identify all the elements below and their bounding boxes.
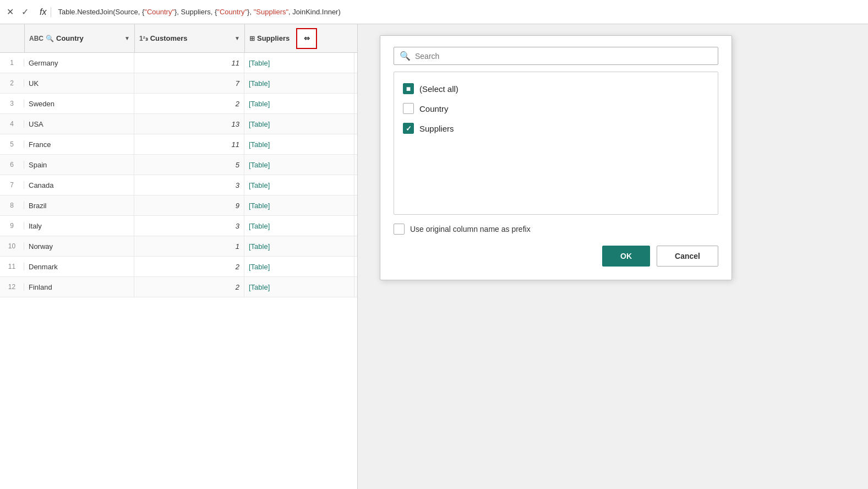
close-icon[interactable]: ✕ — [4, 6, 16, 18]
table-row: 7 Canada 3 [Table] — [0, 175, 357, 195]
select-all-checkbox[interactable]: ■ — [403, 83, 414, 94]
cell-customers: 13 — [134, 114, 244, 134]
cell-suppliers[interactable]: [Table] — [244, 94, 354, 113]
cell-suppliers[interactable]: [Table] — [244, 134, 354, 154]
table-row: 6 Spain 5 [Table] — [0, 155, 357, 175]
ok-button[interactable]: OK — [602, 246, 650, 267]
row-number: 2 — [0, 79, 24, 87]
suppliers-item[interactable]: ✓ Suppliers — [403, 118, 709, 138]
cell-suppliers[interactable]: [Table] — [244, 53, 354, 73]
cell-customers: 1 — [134, 236, 244, 256]
col-header-suppliers-label: Suppliers — [257, 34, 290, 42]
right-panel: 🔍 ■ (Select all) — [358, 24, 868, 489]
button-row: OK Cancel — [394, 246, 718, 267]
cell-customers: 2 — [134, 257, 244, 276]
cell-customers: 5 — [134, 155, 244, 175]
expand-icon: ⇔ — [304, 34, 310, 42]
main-content: ABC 🔍 Country ▼ 1²₃ Customers ▼ ⊞ Suppli… — [0, 24, 868, 489]
cell-suppliers[interactable]: [Table] — [244, 277, 354, 297]
suppliers-checkmark: ✓ — [406, 124, 412, 133]
cell-customers: 11 — [134, 53, 244, 73]
columns-list: ■ (Select all) Country ✓ — [394, 72, 718, 215]
cell-country: Denmark — [24, 257, 134, 276]
cell-country: Canada — [24, 175, 134, 195]
row-number: 3 — [0, 100, 24, 107]
customers-dropdown-icon[interactable]: ▼ — [234, 35, 240, 41]
select-all-item[interactable]: ■ (Select all) — [403, 79, 709, 99]
formula-bar-icons: ✕ ✓ — [4, 6, 31, 18]
cell-customers: 7 — [134, 73, 244, 93]
expand-button[interactable]: ⇔ — [296, 28, 317, 49]
cell-suppliers[interactable]: [Table] — [244, 195, 354, 215]
country-checkbox[interactable] — [403, 103, 414, 114]
cell-customers: 3 — [134, 216, 244, 236]
search-box[interactable]: 🔍 — [394, 47, 718, 65]
partial-checkmark: ■ — [406, 85, 411, 93]
formula-text: Table.NestedJoin(Source, {"Country"}, Su… — [58, 8, 340, 16]
cell-country: Italy — [24, 216, 134, 236]
cell-suppliers[interactable]: [Table] — [244, 257, 354, 276]
search-col-icon: 🔍 — [46, 35, 54, 42]
cell-country: France — [24, 134, 134, 154]
cell-country: Sweden — [24, 94, 134, 113]
fx-label: fx — [35, 7, 51, 17]
select-all-label: (Select all) — [419, 84, 458, 94]
check-icon[interactable]: ✓ — [19, 6, 31, 18]
row-number: 8 — [0, 202, 24, 209]
cell-country: UK — [24, 73, 134, 93]
cell-country: Germany — [24, 53, 134, 73]
cell-country: Norway — [24, 236, 134, 256]
table-row: 11 Denmark 2 [Table] — [0, 257, 357, 277]
row-number: 5 — [0, 140, 24, 148]
table-type-icon: ⊞ — [249, 35, 255, 42]
cell-suppliers[interactable]: [Table] — [244, 216, 354, 236]
cell-suppliers[interactable]: [Table] — [244, 73, 354, 93]
cell-suppliers[interactable]: [Table] — [244, 175, 354, 195]
table-row: 8 Brazil 9 [Table] — [0, 195, 357, 216]
cell-suppliers[interactable]: [Table] — [244, 114, 354, 134]
table-row: 1 Germany 11 [Table] — [0, 53, 357, 73]
search-input[interactable] — [415, 52, 712, 61]
country-column-label: Country — [419, 104, 449, 113]
col-header-country[interactable]: ABC 🔍 Country ▼ — [24, 24, 134, 52]
col-header-country-label: Country — [56, 34, 84, 42]
cell-customers: 11 — [134, 134, 244, 154]
prefix-row[interactable]: Use original column name as prefix — [394, 224, 718, 235]
formula-bar: ✕ ✓ fx Table.NestedJoin(Source, {"Countr… — [0, 0, 868, 24]
col-header-customers[interactable]: 1²₃ Customers ▼ — [134, 24, 244, 52]
suppliers-checkbox[interactable]: ✓ — [403, 123, 414, 134]
table-row: 5 France 11 [Table] — [0, 134, 357, 155]
prefix-checkbox[interactable] — [394, 224, 405, 235]
col-header-suppliers[interactable]: ⊞ Suppliers ⇔ — [244, 24, 354, 52]
cell-suppliers[interactable]: [Table] — [244, 155, 354, 175]
row-number: 7 — [0, 181, 24, 189]
row-number: 12 — [0, 283, 24, 291]
table-row: 3 Sweden 2 [Table] — [0, 94, 357, 114]
expand-columns-dialog: 🔍 ■ (Select all) — [380, 35, 732, 280]
row-number: 11 — [0, 263, 24, 270]
cancel-button[interactable]: Cancel — [657, 246, 718, 267]
column-headers: ABC 🔍 Country ▼ 1²₃ Customers ▼ ⊞ Suppli… — [0, 24, 357, 53]
row-number: 1 — [0, 59, 24, 67]
row-number: 6 — [0, 161, 24, 169]
row-number: 10 — [0, 242, 24, 250]
text-type-icon: ABC — [29, 35, 43, 42]
cell-country: Finland — [24, 277, 134, 297]
country-dropdown-icon[interactable]: ▼ — [124, 35, 130, 41]
table-row: 10 Norway 1 [Table] — [0, 236, 357, 257]
dialog-body: 🔍 ■ (Select all) — [380, 36, 731, 280]
cell-customers: 9 — [134, 195, 244, 215]
cell-customers: 3 — [134, 175, 244, 195]
cell-customers: 2 — [134, 277, 244, 297]
number-type-icon: 1²₃ — [139, 35, 148, 42]
table-row: 2 UK 7 [Table] — [0, 73, 357, 94]
suppliers-column-label: Suppliers — [419, 124, 454, 133]
cell-suppliers[interactable]: [Table] — [244, 236, 354, 256]
cell-country: USA — [24, 114, 134, 134]
search-icon: 🔍 — [400, 51, 411, 61]
table-body: 1 Germany 11 [Table] 2 UK 7 [Table] 3 Sw… — [0, 53, 357, 297]
col-header-customers-label: Customers — [150, 34, 188, 42]
country-item[interactable]: Country — [403, 99, 709, 118]
cell-customers: 2 — [134, 94, 244, 113]
prefix-label: Use original column name as prefix — [410, 225, 531, 233]
